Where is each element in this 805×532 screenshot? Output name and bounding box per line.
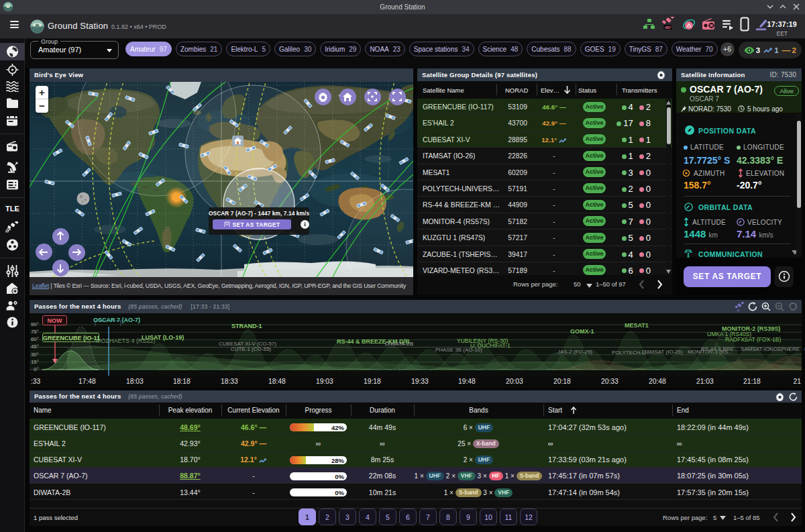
svg-text:-60°: -60° [664, 25, 672, 30]
